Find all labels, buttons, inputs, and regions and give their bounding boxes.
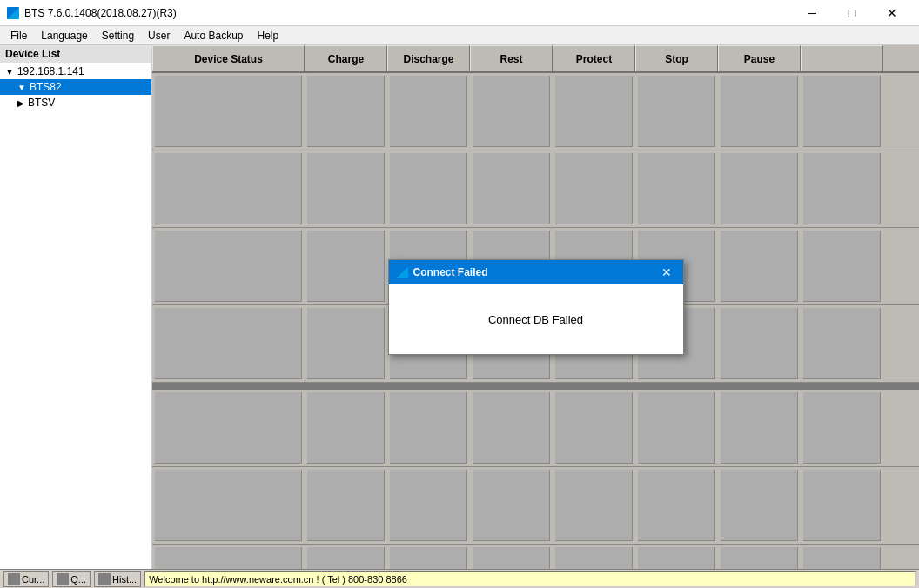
- tree-arrow-bts82: ▼: [17, 83, 26, 92]
- connect-failed-dialog: Connect Failed ✕ Connect DB Failed: [388, 259, 684, 355]
- modal-message-text: Connect DB Failed: [488, 313, 583, 326]
- minimize-button[interactable]: ─: [792, 0, 832, 26]
- menu-file[interactable]: File: [3, 28, 34, 43]
- tree-label-bts82: BTS82: [30, 81, 62, 93]
- modal-title-text: Connect Failed: [413, 266, 488, 278]
- hist-icon: [98, 573, 111, 585]
- q-button[interactable]: Q...: [52, 571, 91, 587]
- close-button[interactable]: ✕: [872, 0, 912, 26]
- menu-language[interactable]: Language: [34, 28, 94, 43]
- content-area: Device Status Charge Discharge Rest Prot…: [152, 45, 919, 569]
- tree-arrow-btsv: ▶: [17, 98, 24, 108]
- tree-label-btsv: BTSV: [28, 97, 55, 109]
- tree-arrow-ip: ▼: [5, 67, 14, 77]
- hist-button[interactable]: Hist...: [94, 571, 141, 587]
- title-bar-text: BTS 7.6.0.1408(2018.08.27)(R3): [24, 7, 177, 19]
- cur-button[interactable]: Cur...: [3, 571, 49, 587]
- tree-item-ip[interactable]: ▼ 192.168.1.141: [0, 63, 151, 79]
- title-bar: BTS 7.6.0.1408(2018.08.27)(R3) ─ □ ✕: [0, 0, 919, 26]
- modal-title-left: Connect Failed: [396, 266, 488, 278]
- title-bar-controls: ─ □ ✕: [792, 0, 912, 26]
- q-icon: [57, 573, 69, 585]
- maximize-button[interactable]: □: [832, 0, 872, 26]
- menu-help[interactable]: Help: [250, 28, 285, 43]
- tree-label-ip: 192.168.1.141: [17, 65, 84, 77]
- hist-label: Hist...: [112, 574, 137, 585]
- modal-app-icon: [396, 266, 408, 278]
- menu-user[interactable]: User: [141, 28, 177, 43]
- cur-label: Cur...: [22, 574, 44, 585]
- tree-item-btsv[interactable]: ▶ BTSV: [0, 95, 151, 110]
- app-icon: [7, 7, 19, 19]
- q-label: Q...: [70, 574, 86, 585]
- modal-close-button[interactable]: ✕: [657, 264, 676, 281]
- tree-item-bts82[interactable]: ▼ BTS82: [0, 79, 151, 95]
- status-bar: Cur... Q... Hist... Welcome to http://ww…: [0, 569, 919, 588]
- sidebar: Device List ▼ 192.168.1.141 ▼ BTS82 ▶ BT…: [0, 45, 152, 569]
- menu-bar: File Language Setting User Auto Backup H…: [0, 26, 919, 45]
- device-list-header: Device List: [0, 45, 151, 63]
- modal-overlay: Connect Failed ✕ Connect DB Failed: [152, 45, 919, 569]
- main-layout: Device List ▼ 192.168.1.141 ▼ BTS82 ▶ BT…: [0, 45, 919, 569]
- modal-title-bar: Connect Failed ✕: [389, 260, 683, 284]
- cur-icon: [8, 573, 20, 585]
- status-text: Welcome to http://www.neware.com.cn ! ( …: [144, 571, 916, 587]
- menu-setting[interactable]: Setting: [95, 28, 141, 43]
- modal-message: Connect DB Failed: [389, 284, 683, 354]
- menu-autobackup[interactable]: Auto Backup: [177, 28, 250, 43]
